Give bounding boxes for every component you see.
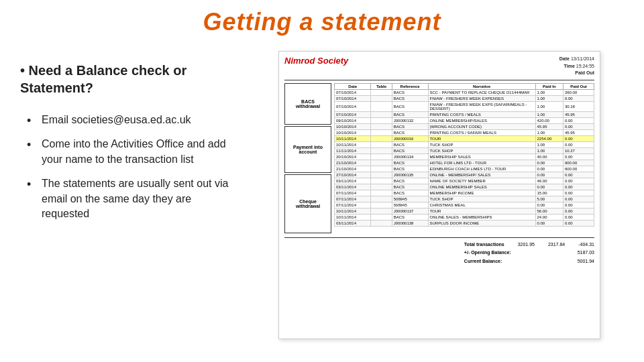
footer-totals: Total transactions 3201.95 2317.84 -404.… [464,241,594,266]
table-row: 09/10/2014J00000132ONLINE MEMBERSHIP/SAL… [335,117,594,123]
net-total: -404.31 [578,241,594,249]
date-label: Date [559,56,570,61]
sub-bullet-3: The statements are usually sent out via … [27,176,235,221]
table-row: 03/11/2014BACSONLINE MEMBERSHIP SALES0.0… [335,184,594,190]
table-row: 07/10/2014BACSFNIAW - FRESHERS WEEK EXPS… [335,101,594,111]
current-balance-label: Current Balance: [464,257,502,266]
date-info: Date 13/11/2014 Time 15:24:55 Paid Out [559,56,594,77]
table-row: 07/10/2014BACSPRINTING COSTS / MEALS1.00… [335,111,594,117]
transactions-table: Date Table Reference Narrative Paid In P… [334,83,594,227]
time-label: Time [564,64,575,68]
table-row: 21/10/2014BACSHOTEL FOR LIMS LTD - TOUR0… [335,160,594,166]
society-name: Nimrod Society [284,56,348,66]
col-paid-in: Paid In [535,83,563,89]
table-row: 07/11/2014BACSMEMBERSHIP INCOME15.000.00 [335,190,594,196]
opening-balance-value: 5187.03 [578,249,594,257]
categories-col: BACSwithdrawal Payment intoaccount Chequ… [284,83,331,233]
table-row: 10/10/2014BACS(WRONG ACCOUNT CODE)45.950… [335,123,594,129]
table-row: 07/11/2014508945TUCK SHOP5.000.00 [335,196,594,202]
table-row: 21/10/2014BACSEDINBURGH COACH LIMES LTD … [335,166,594,172]
page-title: Getting a statement [0,0,644,42]
table-row: 03/11/2014J00000138SURPLUS DOOR INCOME0.… [335,220,594,226]
table-row: 07/10/2014BACSFNIAW - FRESHERS WEEK EXPE… [335,95,594,101]
table-row: 10/11/2014BACSTUCK SHOP1.000.00 [335,141,594,147]
total-transactions-label: Total transactions [464,241,504,249]
table-row: 10/11/2014BACSONLINE SALES - MEMBERSHIPS… [335,214,594,220]
col-reference: Reference [392,83,428,89]
opening-balance-label: +/- Opening Balance: [464,249,511,257]
table-row: 20/10/2014J00000134MEMBERSHIP SALES40.00… [335,154,594,160]
col-paid-out: Paid Out [563,83,594,89]
table-row: 10/10/2014BACSPRINTING COSTS / SAFARI ME… [335,129,594,135]
col-table: Table [371,83,392,89]
main-content: • Need a Balance check or Statement? Ema… [0,42,644,355]
table-row: 10/11/2014J00000137TOUR56.000.00 [335,208,594,214]
col-date: Date [335,83,371,89]
category-bacs-withdrawal: BACSwithdrawal [284,83,331,125]
table-row: 07/11/2014508945CHRISTMAS MEAL0.000.00 [335,202,594,208]
table-row: 27/10/2014J00000135ONLINE - MEMBERSHIP/ … [335,172,594,178]
table-row: 10/11/2014J00000016TOUR2254.000.00 [335,135,594,141]
total-paid-out: 2317.84 [548,241,565,249]
date-value: 13/11/2014 [571,56,594,61]
statement-card: Nimrod Society Date 13/11/2014 Time 15:2… [278,51,600,339]
time-value: 15:24:55 [576,64,594,68]
transactions-col: Date Table Reference Narrative Paid In P… [334,83,594,233]
current-balance-value: 5001.94 [578,257,594,266]
left-column: • Need a Balance check or Statement? Ema… [20,48,235,349]
total-paid-in: 3201.95 [518,241,535,249]
main-bullet: • Need a Balance check or Statement? [20,62,235,97]
sub-bullets-list: Email societies@eusa.ed.ac.uk Come into … [20,113,235,231]
statement-header: Nimrod Society Date 13/11/2014 Time 15:2… [284,56,594,80]
paid-out-label: Paid Out [575,70,594,75]
col-narrative: Narrative [428,83,535,89]
right-column: Nimrod Society Date 13/11/2014 Time 15:2… [255,48,624,349]
table-row: 07/10/2014BACSSCC - PAYMENT TO REPLACE C… [335,89,594,95]
table-row: 11/11/2014BACSTUCK SHOP1.0010.27 [335,147,594,154]
category-cheque-withdrawal: Chequewithdrawal [284,174,331,233]
statement-footer: Total transactions 3201.95 2317.84 -404.… [284,237,594,266]
category-payment-into: Payment intoaccount [284,126,331,173]
sub-bullet-1: Email societies@eusa.ed.ac.uk [27,113,235,127]
sub-bullet-2: Come into the Activities Office and add … [27,137,235,167]
table-row: 03/11/2014BACSNAME OF SOCIETY MEMBER46.0… [335,178,594,184]
statement-body: BACSwithdrawal Payment intoaccount Chequ… [284,83,594,233]
